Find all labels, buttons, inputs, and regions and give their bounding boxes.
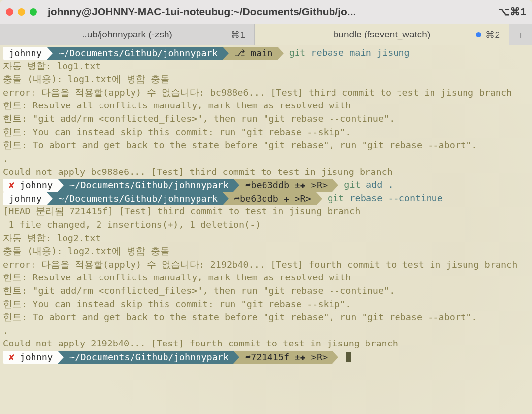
command-word: git xyxy=(328,193,344,203)
hint-label: 힌트: xyxy=(3,299,27,309)
hint-text: Resolve all conflicts manually, mark the… xyxy=(27,100,351,110)
prompt-git-state: be63ddb ✚ >R> xyxy=(229,192,316,205)
prompt-git-state: 721415f ±✚ >R> xyxy=(239,351,332,364)
separator-icon xyxy=(233,351,239,364)
separator-icon xyxy=(278,47,284,60)
hint-label: 힌트: xyxy=(3,285,27,296)
separator-icon xyxy=(332,179,338,192)
detached-icon xyxy=(234,193,240,204)
output-line: [HEAD 분리됨 721415f] [Test] third commit t… xyxy=(3,205,529,218)
hint-label: 힌트: xyxy=(3,272,27,282)
hint-label: 힌트: xyxy=(3,113,27,124)
command-word: git xyxy=(344,179,360,190)
hint-text: Resolve all conflicts manually, mark the… xyxy=(27,272,351,282)
window-title: johnny@JOHNNY-MAC-1ui-noteubug:~/Documen… xyxy=(48,6,493,18)
tab-2[interactable]: bundle (fsevent_watch) ⌘2 xyxy=(255,24,509,45)
minimize-icon[interactable] xyxy=(18,8,25,16)
prompt-user: johnny xyxy=(3,47,47,60)
prompt-path: ~/Documents/Github/johnnypark xyxy=(64,179,233,192)
branch-name: main xyxy=(251,48,273,58)
hint-text: To abort and get back to the state befor… xyxy=(27,312,477,322)
titlebar[interactable]: johnny@JOHNNY-MAC-1ui-noteubug:~/Documen… xyxy=(0,0,532,24)
output-line: error: 다음을 적용할(apply) 수 없습니다: bc988e6...… xyxy=(3,86,529,100)
tab-shortcut: ⌘1 xyxy=(231,29,245,40)
tab-1[interactable]: ..ub/johnnypark (-zsh) ⌘1 xyxy=(0,24,255,45)
hint-label: 힌트: xyxy=(3,140,27,150)
prompt-user: johnny xyxy=(3,192,47,205)
output-line: 자동 병합: log2.txt xyxy=(3,232,529,245)
separator-icon xyxy=(332,351,338,364)
prompt-2: johnny~/Documents/Github/johnnyparkbe63d… xyxy=(3,179,338,190)
output-line: . xyxy=(3,152,529,166)
separator-icon xyxy=(47,47,53,60)
separator-icon xyxy=(58,179,64,192)
prompt-path: ~/Documents/Github/johnnypark xyxy=(53,47,223,60)
command-args: add . xyxy=(361,179,394,190)
traffic-lights xyxy=(6,8,37,16)
prompt-user: johnny xyxy=(3,351,58,364)
activity-indicator-icon xyxy=(476,32,481,37)
hint-label: 힌트: xyxy=(3,312,27,322)
output-line: 1 file changed, 2 insertions(+), 1 delet… xyxy=(3,218,529,232)
close-icon[interactable] xyxy=(6,8,13,16)
separator-icon xyxy=(223,47,229,60)
hint-text: "git add/rm <conflicted_files>", then ru… xyxy=(27,113,395,124)
prompt-1: johnny~/Documents/Github/johnnyparkmain xyxy=(3,47,284,58)
separator-icon xyxy=(58,351,64,364)
git-state-text: be63ddb ±✚ >R> xyxy=(251,180,328,190)
hint-label: 힌트: xyxy=(3,100,27,110)
branch-icon xyxy=(234,48,251,58)
prompt-user: johnny xyxy=(3,179,58,192)
git-state-text: 721415f ±✚ >R> xyxy=(251,352,328,362)
separator-icon xyxy=(223,192,229,205)
prompt-path: ~/Documents/Github/johnnypark xyxy=(53,192,223,205)
prompt-branch: main xyxy=(229,47,278,60)
output-line: Could not apply 2192b40... [Test] fourth… xyxy=(3,337,529,350)
output-line: 충돌 (내용): log1.txt에 병합 충돌 xyxy=(3,73,529,86)
hint-label: 힌트: xyxy=(3,127,27,137)
tab-label: bundle (fsevent_watch) xyxy=(333,29,430,40)
tab-shortcut: ⌘2 xyxy=(485,29,500,40)
git-state-text: be63ddb ✚ >R> xyxy=(240,193,311,204)
tab-label: ..ub/johnnypark (-zsh) xyxy=(82,29,172,40)
command-args: rebase main jisung xyxy=(305,47,410,58)
detached-icon xyxy=(245,352,251,362)
prompt-git-state: be63ddb ±✚ >R> xyxy=(239,179,332,192)
hint-text: To abort and get back to the state befor… xyxy=(27,140,477,150)
separator-icon xyxy=(316,192,322,205)
output-line: 충돌 (내용): log2.txt에 병합 충돌 xyxy=(3,245,529,258)
prompt-4: johnny~/Documents/Github/johnnypark72141… xyxy=(3,351,338,362)
command-word: git xyxy=(289,47,305,58)
output-line: error: 다음을 적용할(apply) 수 없습니다: 2192b40...… xyxy=(3,258,529,272)
hint-text: "git add/rm <conflicted_files>", then ru… xyxy=(27,285,395,296)
tab-bar: ..ub/johnnypark (-zsh) ⌘1 bundle (fseven… xyxy=(0,24,532,45)
prompt-3: johnny~/Documents/Github/johnnyparkbe63d… xyxy=(3,193,322,203)
window-shortcut: ⌥⌘1 xyxy=(498,6,526,18)
prompt-path: ~/Documents/Github/johnnypark xyxy=(64,351,233,364)
separator-icon xyxy=(47,192,53,205)
add-tab-button[interactable]: + xyxy=(509,24,532,45)
hint-text: You can instead skip this commit: run "g… xyxy=(27,299,351,309)
zoom-icon[interactable] xyxy=(30,8,37,16)
detached-icon xyxy=(245,180,251,190)
terminal-body[interactable]: johnny~/Documents/Github/johnnyparkmain … xyxy=(0,45,532,414)
cursor-icon xyxy=(346,352,351,362)
output-line: 자동 병합: log1.txt xyxy=(3,60,529,73)
terminal-window: johnny@JOHNNY-MAC-1ui-noteubug:~/Documen… xyxy=(0,0,532,414)
output-line: . xyxy=(3,324,529,338)
command-args: rebase --continue xyxy=(344,193,442,203)
hint-text: You can instead skip this commit: run "g… xyxy=(27,127,351,137)
output-line: Could not apply bc988e6... [Test] third … xyxy=(3,166,529,179)
separator-icon xyxy=(233,179,239,192)
